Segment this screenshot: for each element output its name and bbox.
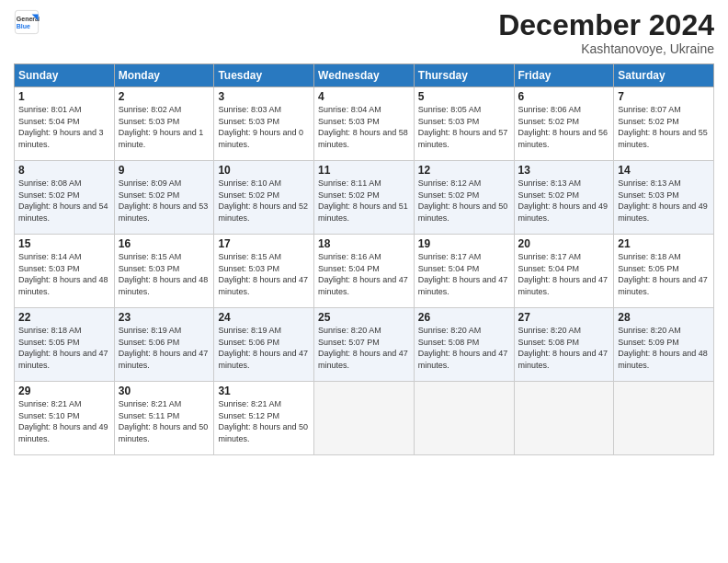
day-number: 2 — [119, 90, 210, 103]
day-info: Sunrise: 8:19 AMSunset: 5:06 PMDaylight:… — [119, 326, 209, 370]
day-number: 18 — [318, 237, 410, 250]
day-number: 11 — [318, 164, 410, 177]
weekday-header-wednesday: Wednesday — [314, 64, 415, 87]
day-info: Sunrise: 8:20 AMSunset: 5:09 PMDaylight:… — [618, 326, 708, 370]
day-info: Sunrise: 8:14 AMSunset: 5:03 PMDaylight:… — [18, 252, 108, 296]
day-number: 24 — [218, 311, 310, 324]
day-info: Sunrise: 8:16 AMSunset: 5:04 PMDaylight:… — [318, 252, 408, 296]
header: General Blue December 2024 Kashtanovoye,… — [14, 9, 714, 56]
calendar-cell — [314, 382, 415, 455]
calendar-cell — [614, 382, 714, 455]
day-number: 23 — [119, 311, 210, 324]
day-number: 16 — [119, 237, 210, 250]
logo-icon: General Blue — [14, 9, 40, 35]
calendar-cell: 7 Sunrise: 8:07 AMSunset: 5:02 PMDayligh… — [614, 87, 714, 161]
day-number: 19 — [418, 237, 510, 250]
day-info: Sunrise: 8:21 AMSunset: 5:12 PMDaylight:… — [218, 399, 308, 443]
day-info: Sunrise: 8:20 AMSunset: 5:07 PMDaylight:… — [318, 326, 408, 370]
day-info: Sunrise: 8:08 AMSunset: 5:02 PMDaylight:… — [18, 178, 108, 223]
day-info: Sunrise: 8:21 AMSunset: 5:11 PMDaylight:… — [119, 399, 209, 443]
calendar-cell: 15 Sunrise: 8:14 AMSunset: 5:03 PMDaylig… — [15, 235, 115, 308]
day-info: Sunrise: 8:07 AMSunset: 5:02 PMDaylight:… — [618, 105, 708, 149]
svg-rect-0 — [15, 10, 38, 33]
calendar-cell: 8 Sunrise: 8:08 AMSunset: 5:02 PMDayligh… — [15, 161, 115, 235]
day-number: 1 — [18, 90, 110, 103]
calendar-cell: 12 Sunrise: 8:12 AMSunset: 5:02 PMDaylig… — [414, 161, 514, 235]
calendar-cell: 28 Sunrise: 8:20 AMSunset: 5:09 PMDaylig… — [614, 308, 714, 382]
day-number: 25 — [318, 311, 410, 324]
day-info: Sunrise: 8:03 AMSunset: 5:03 PMDaylight:… — [218, 105, 303, 149]
calendar-cell: 29 Sunrise: 8:21 AMSunset: 5:10 PMDaylig… — [15, 382, 115, 455]
day-info: Sunrise: 8:17 AMSunset: 5:04 PMDaylight:… — [418, 252, 508, 296]
day-info: Sunrise: 8:15 AMSunset: 5:03 PMDaylight:… — [218, 252, 308, 296]
weekday-header-thursday: Thursday — [414, 64, 514, 87]
calendar-cell: 30 Sunrise: 8:21 AMSunset: 5:11 PMDaylig… — [114, 382, 214, 455]
day-info: Sunrise: 8:05 AMSunset: 5:03 PMDaylight:… — [418, 105, 508, 149]
day-info: Sunrise: 8:12 AMSunset: 5:02 PMDaylight:… — [418, 178, 508, 223]
day-number: 3 — [218, 90, 310, 103]
calendar-cell: 16 Sunrise: 8:15 AMSunset: 5:03 PMDaylig… — [114, 235, 214, 308]
day-info: Sunrise: 8:17 AMSunset: 5:04 PMDaylight:… — [518, 252, 609, 296]
calendar-cell: 31 Sunrise: 8:21 AMSunset: 5:12 PMDaylig… — [214, 382, 314, 455]
day-number: 20 — [518, 237, 610, 250]
calendar-cell — [414, 382, 514, 455]
calendar-cell: 13 Sunrise: 8:13 AMSunset: 5:02 PMDaylig… — [514, 161, 614, 235]
day-number: 26 — [418, 311, 510, 324]
calendar-cell: 23 Sunrise: 8:19 AMSunset: 5:06 PMDaylig… — [114, 308, 214, 382]
day-info: Sunrise: 8:04 AMSunset: 5:03 PMDaylight:… — [318, 105, 408, 149]
calendar: SundayMondayTuesdayWednesdayThursdayFrid… — [14, 63, 714, 455]
day-number: 6 — [518, 90, 610, 103]
calendar-cell: 21 Sunrise: 8:18 AMSunset: 5:05 PMDaylig… — [614, 235, 714, 308]
day-info: Sunrise: 8:06 AMSunset: 5:02 PMDaylight:… — [518, 105, 609, 149]
day-info: Sunrise: 8:20 AMSunset: 5:08 PMDaylight:… — [418, 326, 508, 370]
calendar-cell: 6 Sunrise: 8:06 AMSunset: 5:02 PMDayligh… — [514, 87, 614, 161]
calendar-cell: 14 Sunrise: 8:13 AMSunset: 5:03 PMDaylig… — [614, 161, 714, 235]
day-number: 21 — [618, 237, 710, 250]
day-info: Sunrise: 8:13 AMSunset: 5:03 PMDaylight:… — [618, 178, 708, 223]
calendar-cell: 22 Sunrise: 8:18 AMSunset: 5:05 PMDaylig… — [15, 308, 115, 382]
day-number: 7 — [618, 90, 710, 103]
day-info: Sunrise: 8:10 AMSunset: 5:02 PMDaylight:… — [218, 178, 308, 223]
weekday-header-tuesday: Tuesday — [214, 64, 314, 87]
day-info: Sunrise: 8:18 AMSunset: 5:05 PMDaylight:… — [18, 326, 108, 370]
title-block: December 2024 Kashtanovoye, Ukraine — [498, 9, 714, 56]
day-number: 31 — [218, 385, 310, 397]
calendar-cell: 9 Sunrise: 8:09 AMSunset: 5:02 PMDayligh… — [114, 161, 214, 235]
day-number: 17 — [218, 237, 310, 250]
day-number: 28 — [618, 311, 710, 324]
calendar-cell: 27 Sunrise: 8:20 AMSunset: 5:08 PMDaylig… — [514, 308, 614, 382]
month-title: December 2024 — [498, 9, 714, 41]
day-info: Sunrise: 8:21 AMSunset: 5:10 PMDaylight:… — [18, 399, 108, 443]
day-number: 8 — [18, 164, 110, 177]
day-number: 5 — [418, 90, 510, 103]
weekday-header-monday: Monday — [114, 64, 214, 87]
day-info: Sunrise: 8:19 AMSunset: 5:06 PMDaylight:… — [218, 326, 308, 370]
day-number: 30 — [119, 385, 210, 397]
calendar-cell: 1 Sunrise: 8:01 AMSunset: 5:04 PMDayligh… — [15, 87, 115, 161]
day-number: 27 — [518, 311, 610, 324]
calendar-cell: 5 Sunrise: 8:05 AMSunset: 5:03 PMDayligh… — [414, 87, 514, 161]
calendar-cell: 4 Sunrise: 8:04 AMSunset: 5:03 PMDayligh… — [314, 87, 415, 161]
weekday-header-sunday: Sunday — [15, 64, 115, 87]
day-info: Sunrise: 8:02 AMSunset: 5:03 PMDaylight:… — [119, 105, 204, 149]
day-number: 29 — [18, 385, 110, 397]
calendar-cell: 11 Sunrise: 8:11 AMSunset: 5:02 PMDaylig… — [314, 161, 415, 235]
day-info: Sunrise: 8:20 AMSunset: 5:08 PMDaylight:… — [518, 326, 609, 370]
day-info: Sunrise: 8:01 AMSunset: 5:04 PMDaylight:… — [18, 105, 104, 149]
day-number: 13 — [518, 164, 610, 177]
calendar-cell: 2 Sunrise: 8:02 AMSunset: 5:03 PMDayligh… — [114, 87, 214, 161]
day-info: Sunrise: 8:11 AMSunset: 5:02 PMDaylight:… — [318, 178, 408, 223]
calendar-cell: 25 Sunrise: 8:20 AMSunset: 5:07 PMDaylig… — [314, 308, 415, 382]
day-number: 12 — [418, 164, 510, 177]
calendar-cell — [514, 382, 614, 455]
day-number: 10 — [218, 164, 310, 177]
svg-text:Blue: Blue — [17, 23, 30, 29]
weekday-header-saturday: Saturday — [614, 64, 714, 87]
calendar-cell: 17 Sunrise: 8:15 AMSunset: 5:03 PMDaylig… — [214, 235, 314, 308]
calendar-cell: 24 Sunrise: 8:19 AMSunset: 5:06 PMDaylig… — [214, 308, 314, 382]
day-number: 4 — [318, 90, 410, 103]
subtitle: Kashtanovoye, Ukraine — [498, 41, 714, 56]
day-number: 22 — [18, 311, 110, 324]
page: General Blue December 2024 Kashtanovoye,… — [0, 0, 728, 563]
calendar-cell: 19 Sunrise: 8:17 AMSunset: 5:04 PMDaylig… — [414, 235, 514, 308]
